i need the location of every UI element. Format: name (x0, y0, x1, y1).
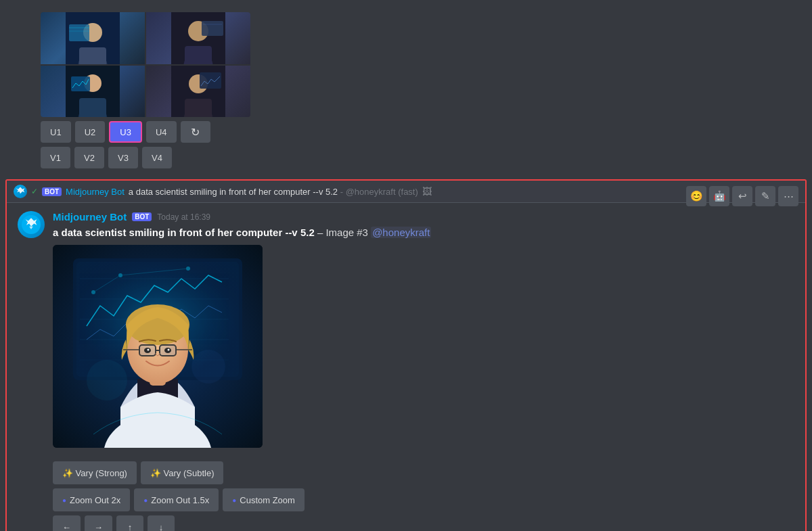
svg-rect-3 (79, 47, 106, 64)
header-bot-name: Midjourney Bot (66, 187, 125, 197)
svg-point-52 (191, 350, 225, 384)
header-action-icons: 😊 🤖 ↩ ✎ ⋯ (686, 186, 798, 206)
vary-strong-button[interactable]: ✨ Vary (Strong) (53, 461, 137, 484)
zoom-out-1-5x-label: Zoom Out 1.5x (151, 495, 209, 505)
variation-v3-button[interactable]: V3 (108, 147, 138, 168)
upscale-buttons-row: U1 U2 U3 U4 ↻ (41, 121, 771, 143)
grid-cell-2 (146, 12, 250, 64)
zoom-out-1-5x-button[interactable]: ● Zoom Out 1.5x (134, 488, 219, 511)
header-mention: @honeykraft (346, 187, 396, 197)
message-content: Midjourney Bot BOT Today at 16:39 a data… (53, 211, 794, 448)
zoom-out-2x-icon: ● (62, 497, 66, 504)
arrow-up-button[interactable]: ↑ (116, 515, 143, 531)
svg-rect-4 (69, 24, 89, 41)
svg-rect-16 (79, 98, 106, 117)
upscale-u1-button[interactable]: U1 (41, 121, 71, 143)
refresh-button[interactable]: ↻ (181, 121, 210, 143)
upscale-u3-button[interactable]: U3 (109, 121, 142, 143)
header-prompt-text: a data scientist smiling in front of her… (129, 187, 338, 197)
vary-subtle-button[interactable]: ✨ Vary (Subtle) (141, 461, 224, 484)
svg-rect-21 (185, 99, 212, 117)
zoom-out-2x-button[interactable]: ● Zoom Out 2x (53, 488, 130, 511)
svg-point-51 (87, 360, 127, 400)
bot-avatar (18, 211, 45, 238)
more-options-button[interactable]: ⋯ (778, 186, 798, 206)
zoom-out-1-5x-icon: ● (143, 497, 148, 504)
emoji-react-button[interactable]: 😊 (686, 186, 706, 206)
grid-cell-4 (146, 66, 250, 118)
header-bot-badge: BOT (42, 187, 62, 196)
grid-cell-3 (41, 66, 145, 118)
grid-cell-1 (41, 12, 145, 64)
svg-rect-11 (202, 21, 223, 36)
custom-zoom-label: Custom Zoom (240, 495, 295, 505)
grid-image (41, 12, 250, 117)
custom-zoom-button[interactable]: ● Custom Zoom (223, 488, 304, 511)
svg-point-50 (168, 349, 170, 351)
message-body: Midjourney Bot BOT Today at 16:39 a data… (7, 203, 805, 456)
header-avatar (14, 185, 27, 198)
arrow-buttons-row: ← → ↑ ↓ (53, 515, 794, 531)
message-text: a data scientist smiling in front of her… (53, 225, 794, 239)
variation-v4-button[interactable]: V4 (142, 147, 172, 168)
svg-rect-10 (185, 46, 212, 64)
arrow-left-button[interactable]: ← (53, 515, 81, 531)
zoom-out-2x-label: Zoom Out 2x (70, 495, 120, 505)
main-container: U1 U2 U3 U4 ↻ V1 V2 V3 V4 ✓ BOT Midjourn… (0, 0, 812, 531)
vary-buttons-row: ✨ Vary (Strong) ✨ Vary (Subtle) (53, 461, 794, 484)
message-meta: Midjourney Bot BOT Today at 16:39 (53, 211, 794, 223)
svg-point-49 (148, 349, 150, 351)
message-section: ✓ BOT Midjourney Bot a data scientist sm… (5, 179, 807, 531)
sender-bot-badge: BOT (132, 212, 152, 221)
message-header-bar: ✓ BOT Midjourney Bot a data scientist sm… (7, 181, 805, 203)
header-speed: fast (401, 187, 415, 197)
header-prompt: a data scientist smiling in front of her… (129, 187, 418, 197)
variation-v2-button[interactable]: V2 (74, 147, 104, 168)
arrow-down-button[interactable]: ↓ (148, 515, 175, 531)
bottom-buttons: ✨ Vary (Strong) ✨ Vary (Subtle) ● Zoom O… (7, 456, 805, 531)
prompt-bold: a data scientist smiling in front of her… (53, 227, 315, 238)
upscale-u2-button[interactable]: U2 (75, 121, 106, 143)
sender-name: Midjourney Bot (53, 211, 127, 223)
message-mention: @honeykraft (371, 227, 431, 238)
reply-button[interactable]: ↩ (732, 186, 752, 206)
arrow-right-button[interactable]: → (85, 515, 112, 531)
image-label: – Image #3 (317, 227, 371, 238)
custom-zoom-icon: ● (232, 497, 236, 504)
variation-v1-button[interactable]: V1 (41, 147, 70, 168)
message-timestamp: Today at 16:39 (157, 212, 210, 222)
top-section: U1 U2 U3 U4 ↻ V1 V2 V3 V4 (0, 7, 812, 174)
upscale-u4-button[interactable]: U4 (146, 121, 177, 143)
image-embed-icon: 🖼 (422, 186, 432, 197)
app-button[interactable]: 🤖 (709, 186, 729, 206)
variation-buttons-row: V1 V2 V3 V4 (41, 147, 771, 168)
generated-image (53, 245, 263, 448)
checkmark-icon: ✓ (31, 187, 38, 196)
zoom-buttons-row: ● Zoom Out 2x ● Zoom Out 1.5x ● Custom Z… (53, 488, 794, 511)
edit-button[interactable]: ✎ (755, 186, 775, 206)
